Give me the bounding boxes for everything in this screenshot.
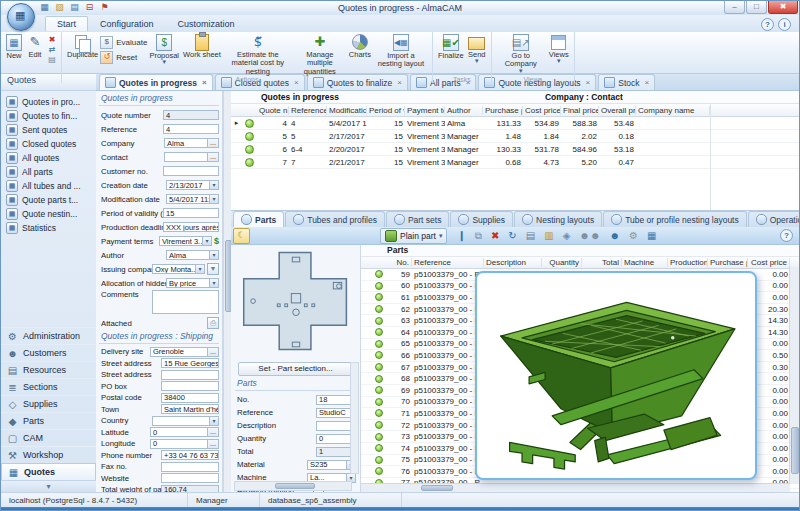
contact-field[interactable] [164, 152, 208, 162]
ellipsis-button[interactable]: ... [208, 138, 219, 148]
tab-supplies[interactable]: Supplies [450, 211, 513, 227]
column-header-payment-te[interactable]: Payment te... [405, 106, 445, 115]
period-of-validity-d-field[interactable]: 15 [163, 208, 219, 218]
sidebar-item-resources[interactable]: ▤Resources [1, 361, 96, 378]
refresh-icon[interactable]: ↻ [508, 229, 516, 243]
column-header-cost-price[interactable]: Cost price [748, 258, 790, 267]
manage-quantities-button[interactable]: ✚ Manage multiple quantities [293, 33, 347, 77]
quote-number-field[interactable]: 4 [163, 110, 219, 120]
copy-icon[interactable]: ⧉ [475, 229, 482, 243]
sidebar-item-quote-parts-t[interactable]: ▦Quote parts t... [3, 193, 94, 207]
pin-icon[interactable]: ❙ [457, 229, 465, 243]
sidebar-item-sections[interactable]: ≣Sections [1, 378, 96, 395]
flag-icon[interactable]: ⚑ [99, 2, 110, 13]
company-field[interactable]: Alma [164, 138, 208, 148]
allocation-of-hidden-costs-field[interactable]: By price [166, 278, 210, 288]
edit-button[interactable]: ✎ Edit [24, 33, 46, 60]
delete-icon[interactable]: ✖ [47, 35, 57, 44]
chevron-down-icon[interactable]: ▾ [196, 264, 205, 274]
table-view-icon[interactable]: ▦ [647, 229, 656, 243]
column-header-production-de[interactable]: Production de... [668, 258, 708, 267]
column-header-final-price[interactable]: Final price [561, 106, 599, 115]
sidebar-item-quotes-in-pro[interactable]: ▦Quotes in pro... [3, 95, 94, 109]
chevron-down-icon[interactable]: ▾ [210, 278, 219, 288]
tab-tubes-and-profiles[interactable]: Tubes and profiles [285, 211, 385, 227]
close-button[interactable]: ✖ [768, 1, 798, 14]
attachment-icon[interactable]: ⎙ [207, 317, 219, 329]
help-icon[interactable]: ? [761, 18, 774, 31]
sidebar-item-quote-nestin[interactable]: ▦Quote nestin... [3, 207, 94, 221]
sidebar-item-all-parts[interactable]: ▦All parts [3, 165, 94, 179]
ellipsis-button[interactable]: ... [208, 347, 219, 357]
info-icon[interactable]: i [778, 18, 791, 31]
street-address-field[interactable]: 15 Rue Georges Pere [161, 358, 219, 368]
permissions-icon[interactable]: ⚙ [629, 229, 638, 243]
column-header-no[interactable]: No. [386, 258, 412, 267]
column-header-total[interactable]: Total [582, 258, 622, 267]
sync-icon[interactable]: ⇄ [47, 45, 57, 54]
table-row[interactable]: 772/21/2017 ...15Virement 3...Manager0.6… [231, 156, 799, 169]
column-header-modificatio[interactable]: Modificatio... [327, 106, 367, 115]
town-field[interactable]: Saint Martin d'hères [161, 404, 219, 414]
user-icon[interactable]: ☻ [609, 229, 620, 243]
part-panel-hscrollbar[interactable] [234, 481, 352, 491]
sidebar-item-sent-quotes[interactable]: ▦Sent quotes [3, 123, 94, 137]
modification-date-field[interactable]: 5/4/2017 11:01:1 [166, 194, 210, 204]
print-icon[interactable]: ▤ [47, 55, 57, 64]
sidebar-item-cam[interactable]: ▢CAM [1, 429, 96, 446]
column-header-purchase-p[interactable]: Purchase p... [483, 106, 523, 115]
sidebar-item-supplies[interactable]: ◇Supplies [1, 395, 96, 412]
payment-terms-field[interactable]: Virement 3... [159, 236, 203, 246]
column-header-author[interactable]: Author [445, 106, 483, 115]
help-icon[interactable]: ? [780, 229, 793, 242]
sidebar-item-quotes[interactable]: ▦Quotes [1, 463, 96, 481]
creation-date-field[interactable]: 2/13/2017 [166, 180, 210, 190]
tab-tube-or-profile-nesting-layouts[interactable]: Tube or profile nesting layouts [603, 211, 747, 227]
sidebar-item-statistics[interactable]: ▦Statistics [3, 221, 94, 235]
assign-icon[interactable]: ◈ [563, 229, 571, 243]
tab-configuration[interactable]: Configuration [88, 16, 166, 31]
chevron-down-icon[interactable]: ▾ [210, 416, 219, 426]
goto-company-button[interactable]: ▤↗ Go to Company ▾ [495, 33, 547, 74]
ellipsis-button[interactable]: ... [208, 152, 219, 162]
column-header-company-name[interactable]: Company name [636, 106, 710, 115]
plain-part-button[interactable]: Plain part ▾ [380, 228, 447, 244]
column-header-reference[interactable]: Reference [412, 258, 484, 267]
set-part-selection-button[interactable]: Set - Part selection... [238, 362, 353, 376]
maximize-button[interactable]: □ [746, 1, 767, 14]
fax-no-field[interactable] [161, 462, 219, 472]
tab-parts[interactable]: Parts [233, 211, 284, 227]
delete-icon[interactable]: ✖ [491, 229, 499, 243]
column-header-quantity[interactable]: Quantity [542, 258, 582, 267]
ellipsis-button[interactable]: ... [208, 439, 219, 449]
column-header-quote-n[interactable]: Quote n... [257, 106, 289, 115]
table-row[interactable]: 66-42/20/2017 ...15Virement 3...Manager1… [231, 143, 799, 156]
sidebar-item-all-quotes[interactable]: ▦All quotes [3, 151, 94, 165]
delivery-site-field[interactable]: Grenoble [150, 347, 208, 357]
po-box-field[interactable] [161, 381, 219, 391]
flat-pattern-preview[interactable] [231, 244, 360, 360]
worksheet-button[interactable]: Work sheet [181, 33, 223, 60]
tab-start[interactable]: Start [45, 16, 88, 31]
part-panel-vscrollbar[interactable] [350, 362, 359, 474]
customer-no-field[interactable] [163, 166, 219, 176]
list-icon[interactable]: ▤ [69, 2, 80, 13]
sidebar-item-parts[interactable]: ◆Parts [1, 412, 96, 429]
chevron-down-icon[interactable]: ▾ [210, 194, 219, 204]
estimate-nesting-button[interactable]: $⃗ Estimate the material cost by nesting [223, 33, 293, 77]
minimize-button[interactable]: – [724, 1, 745, 14]
minimize-panel-icon[interactable]: ⊟ [84, 2, 95, 13]
street-address-field[interactable] [161, 370, 219, 380]
chevron-down-icon[interactable]: ▾ [210, 250, 219, 260]
longitude-field[interactable]: 0 [150, 439, 208, 449]
parts-table-vscrollbar[interactable] [789, 267, 799, 484]
duplicate-button[interactable]: Duplicate [65, 33, 100, 60]
website-field[interactable] [161, 473, 219, 483]
reset-button[interactable]: ↺ Reset [100, 51, 147, 64]
proposal-button[interactable]: $ Proposal ▾ [147, 33, 181, 65]
evaluate-button[interactable]: $ Evaluate [100, 36, 147, 49]
chevron-down-icon[interactable]: ▾ [210, 180, 219, 190]
sidebar-item-closed-quotes[interactable]: ▦Closed quotes [3, 137, 94, 151]
grid-icon[interactable]: ▦ [39, 2, 50, 13]
reference-field[interactable]: 4 [163, 124, 219, 134]
